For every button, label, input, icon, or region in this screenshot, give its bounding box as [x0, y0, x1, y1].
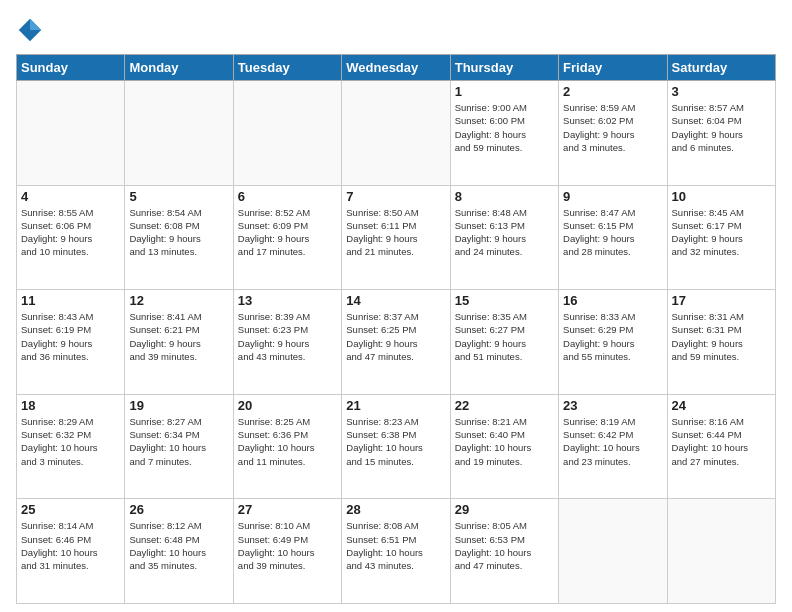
calendar-cell	[125, 81, 233, 186]
day-number: 7	[346, 189, 445, 204]
day-info: Sunrise: 8:33 AM Sunset: 6:29 PM Dayligh…	[563, 310, 662, 363]
day-number: 18	[21, 398, 120, 413]
day-info: Sunrise: 8:19 AM Sunset: 6:42 PM Dayligh…	[563, 415, 662, 468]
day-info: Sunrise: 8:57 AM Sunset: 6:04 PM Dayligh…	[672, 101, 771, 154]
calendar-cell: 5Sunrise: 8:54 AM Sunset: 6:08 PM Daylig…	[125, 185, 233, 290]
day-number: 12	[129, 293, 228, 308]
calendar-cell: 29Sunrise: 8:05 AM Sunset: 6:53 PM Dayli…	[450, 499, 558, 604]
day-number: 25	[21, 502, 120, 517]
calendar-cell: 9Sunrise: 8:47 AM Sunset: 6:15 PM Daylig…	[559, 185, 667, 290]
day-info: Sunrise: 8:25 AM Sunset: 6:36 PM Dayligh…	[238, 415, 337, 468]
calendar-cell	[667, 499, 775, 604]
calendar-cell: 10Sunrise: 8:45 AM Sunset: 6:17 PM Dayli…	[667, 185, 775, 290]
day-info: Sunrise: 8:10 AM Sunset: 6:49 PM Dayligh…	[238, 519, 337, 572]
week-row-5: 25Sunrise: 8:14 AM Sunset: 6:46 PM Dayli…	[17, 499, 776, 604]
week-row-1: 1Sunrise: 9:00 AM Sunset: 6:00 PM Daylig…	[17, 81, 776, 186]
day-number: 23	[563, 398, 662, 413]
weekday-header-friday: Friday	[559, 55, 667, 81]
day-info: Sunrise: 8:14 AM Sunset: 6:46 PM Dayligh…	[21, 519, 120, 572]
logo	[16, 16, 48, 44]
day-info: Sunrise: 8:50 AM Sunset: 6:11 PM Dayligh…	[346, 206, 445, 259]
day-number: 17	[672, 293, 771, 308]
calendar-cell	[17, 81, 125, 186]
header	[16, 16, 776, 44]
calendar-cell: 8Sunrise: 8:48 AM Sunset: 6:13 PM Daylig…	[450, 185, 558, 290]
logo-icon	[16, 16, 44, 44]
weekday-header-tuesday: Tuesday	[233, 55, 341, 81]
day-info: Sunrise: 8:31 AM Sunset: 6:31 PM Dayligh…	[672, 310, 771, 363]
calendar-cell: 1Sunrise: 9:00 AM Sunset: 6:00 PM Daylig…	[450, 81, 558, 186]
day-info: Sunrise: 8:55 AM Sunset: 6:06 PM Dayligh…	[21, 206, 120, 259]
calendar-cell: 18Sunrise: 8:29 AM Sunset: 6:32 PM Dayli…	[17, 394, 125, 499]
day-info: Sunrise: 8:35 AM Sunset: 6:27 PM Dayligh…	[455, 310, 554, 363]
calendar-cell: 3Sunrise: 8:57 AM Sunset: 6:04 PM Daylig…	[667, 81, 775, 186]
day-info: Sunrise: 8:47 AM Sunset: 6:15 PM Dayligh…	[563, 206, 662, 259]
day-info: Sunrise: 8:21 AM Sunset: 6:40 PM Dayligh…	[455, 415, 554, 468]
calendar-cell: 15Sunrise: 8:35 AM Sunset: 6:27 PM Dayli…	[450, 290, 558, 395]
calendar-cell: 17Sunrise: 8:31 AM Sunset: 6:31 PM Dayli…	[667, 290, 775, 395]
week-row-3: 11Sunrise: 8:43 AM Sunset: 6:19 PM Dayli…	[17, 290, 776, 395]
calendar-cell: 2Sunrise: 8:59 AM Sunset: 6:02 PM Daylig…	[559, 81, 667, 186]
day-info: Sunrise: 8:16 AM Sunset: 6:44 PM Dayligh…	[672, 415, 771, 468]
day-info: Sunrise: 8:45 AM Sunset: 6:17 PM Dayligh…	[672, 206, 771, 259]
day-number: 14	[346, 293, 445, 308]
calendar-cell: 13Sunrise: 8:39 AM Sunset: 6:23 PM Dayli…	[233, 290, 341, 395]
weekday-header-sunday: Sunday	[17, 55, 125, 81]
calendar-cell	[342, 81, 450, 186]
day-number: 28	[346, 502, 445, 517]
day-number: 8	[455, 189, 554, 204]
week-row-2: 4Sunrise: 8:55 AM Sunset: 6:06 PM Daylig…	[17, 185, 776, 290]
day-number: 26	[129, 502, 228, 517]
day-number: 19	[129, 398, 228, 413]
day-info: Sunrise: 8:39 AM Sunset: 6:23 PM Dayligh…	[238, 310, 337, 363]
day-number: 1	[455, 84, 554, 99]
calendar-cell: 14Sunrise: 8:37 AM Sunset: 6:25 PM Dayli…	[342, 290, 450, 395]
day-info: Sunrise: 8:05 AM Sunset: 6:53 PM Dayligh…	[455, 519, 554, 572]
calendar-cell: 22Sunrise: 8:21 AM Sunset: 6:40 PM Dayli…	[450, 394, 558, 499]
weekday-header-row: SundayMondayTuesdayWednesdayThursdayFrid…	[17, 55, 776, 81]
weekday-header-thursday: Thursday	[450, 55, 558, 81]
calendar-cell: 16Sunrise: 8:33 AM Sunset: 6:29 PM Dayli…	[559, 290, 667, 395]
calendar-cell: 25Sunrise: 8:14 AM Sunset: 6:46 PM Dayli…	[17, 499, 125, 604]
day-number: 4	[21, 189, 120, 204]
day-number: 5	[129, 189, 228, 204]
day-number: 24	[672, 398, 771, 413]
page: SundayMondayTuesdayWednesdayThursdayFrid…	[0, 0, 792, 612]
calendar-cell: 27Sunrise: 8:10 AM Sunset: 6:49 PM Dayli…	[233, 499, 341, 604]
weekday-header-wednesday: Wednesday	[342, 55, 450, 81]
day-info: Sunrise: 8:41 AM Sunset: 6:21 PM Dayligh…	[129, 310, 228, 363]
day-number: 6	[238, 189, 337, 204]
calendar-cell: 21Sunrise: 8:23 AM Sunset: 6:38 PM Dayli…	[342, 394, 450, 499]
day-number: 3	[672, 84, 771, 99]
day-info: Sunrise: 9:00 AM Sunset: 6:00 PM Dayligh…	[455, 101, 554, 154]
day-info: Sunrise: 8:29 AM Sunset: 6:32 PM Dayligh…	[21, 415, 120, 468]
calendar-cell: 19Sunrise: 8:27 AM Sunset: 6:34 PM Dayli…	[125, 394, 233, 499]
day-number: 9	[563, 189, 662, 204]
day-info: Sunrise: 8:37 AM Sunset: 6:25 PM Dayligh…	[346, 310, 445, 363]
day-info: Sunrise: 8:12 AM Sunset: 6:48 PM Dayligh…	[129, 519, 228, 572]
weekday-header-monday: Monday	[125, 55, 233, 81]
week-row-4: 18Sunrise: 8:29 AM Sunset: 6:32 PM Dayli…	[17, 394, 776, 499]
day-info: Sunrise: 8:23 AM Sunset: 6:38 PM Dayligh…	[346, 415, 445, 468]
day-info: Sunrise: 8:54 AM Sunset: 6:08 PM Dayligh…	[129, 206, 228, 259]
day-info: Sunrise: 8:08 AM Sunset: 6:51 PM Dayligh…	[346, 519, 445, 572]
calendar-cell: 7Sunrise: 8:50 AM Sunset: 6:11 PM Daylig…	[342, 185, 450, 290]
day-info: Sunrise: 8:27 AM Sunset: 6:34 PM Dayligh…	[129, 415, 228, 468]
calendar-cell: 12Sunrise: 8:41 AM Sunset: 6:21 PM Dayli…	[125, 290, 233, 395]
calendar-cell: 20Sunrise: 8:25 AM Sunset: 6:36 PM Dayli…	[233, 394, 341, 499]
calendar-cell	[559, 499, 667, 604]
calendar-cell: 6Sunrise: 8:52 AM Sunset: 6:09 PM Daylig…	[233, 185, 341, 290]
calendar-cell: 28Sunrise: 8:08 AM Sunset: 6:51 PM Dayli…	[342, 499, 450, 604]
calendar-cell: 24Sunrise: 8:16 AM Sunset: 6:44 PM Dayli…	[667, 394, 775, 499]
day-number: 21	[346, 398, 445, 413]
calendar-cell	[233, 81, 341, 186]
day-number: 16	[563, 293, 662, 308]
weekday-header-saturday: Saturday	[667, 55, 775, 81]
day-number: 22	[455, 398, 554, 413]
day-number: 27	[238, 502, 337, 517]
calendar-cell: 11Sunrise: 8:43 AM Sunset: 6:19 PM Dayli…	[17, 290, 125, 395]
day-number: 11	[21, 293, 120, 308]
calendar-cell: 23Sunrise: 8:19 AM Sunset: 6:42 PM Dayli…	[559, 394, 667, 499]
day-number: 10	[672, 189, 771, 204]
svg-marker-1	[30, 19, 41, 30]
